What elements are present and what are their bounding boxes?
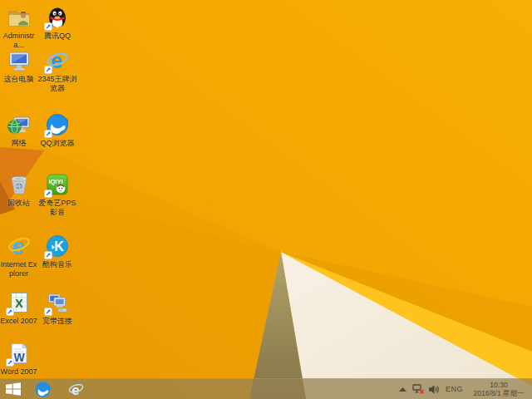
word-2007-icon: W <box>7 341 32 366</box>
desktop-icon-label: Word 2007 <box>1 367 37 377</box>
desktop-icon-label: 腾讯QQ <box>44 32 71 41</box>
svg-text:e: e <box>51 49 62 72</box>
iqiyi-pps-icon: iQIYI <box>45 172 70 197</box>
network-status-button[interactable] <box>412 384 425 395</box>
desktop-icon-this-pc[interactable]: 这台电脑 <box>0 48 37 84</box>
desktop-icon-administrator-folder[interactable]: Administra... <box>0 5 37 50</box>
desktop-icon-iqiyi-pps[interactable]: iQIYI 爱奇艺PPS影音 <box>37 172 78 217</box>
shortcut-arrow-icon <box>44 22 52 31</box>
network-icon <box>7 112 32 137</box>
desktop-icon-internet-explorer[interactable]: e Internet Explorer <box>0 234 37 278</box>
desktop-icon-label: QQ浏览器 <box>40 139 74 148</box>
shortcut-arrow-icon <box>44 66 52 74</box>
clock-date: 2016/8/1 星期一 <box>470 389 528 397</box>
desktop-icon-label: Administra... <box>0 32 37 50</box>
desktop-icon-label: 回收站 <box>7 199 30 208</box>
desktop-icon-broadband-connection[interactable]: 宽带连接 <box>37 290 78 326</box>
desktop-icon-label: Excel 2007 <box>0 317 37 326</box>
speaker-icon <box>429 385 440 394</box>
svg-text:iQIYI: iQIYI <box>48 178 62 185</box>
wallpaper <box>0 0 532 399</box>
network-disconnected-icon <box>412 384 425 395</box>
recycle-bin-icon <box>7 172 32 197</box>
qq-browser-icon <box>34 381 52 398</box>
desktop-icon-label: 宽带连接 <box>42 317 72 326</box>
desktop-icon-kugou-music[interactable]: K 酷狗音乐 <box>37 234 78 269</box>
language-indicator[interactable]: ENG <box>446 385 463 393</box>
shortcut-arrow-icon <box>44 308 52 316</box>
taskbar: e ENG 10:30 2016/8/1 星期一 <box>0 378 532 399</box>
clock-time: 10:30 <box>470 381 528 389</box>
svg-text:X: X <box>15 297 23 310</box>
chevron-up-icon <box>399 387 406 392</box>
clock[interactable]: 10:30 2016/8/1 星期一 <box>470 381 528 397</box>
desktop-icon-excel-2007[interactable]: X Excel 2007 <box>0 290 37 326</box>
qq-browser-icon <box>45 112 70 137</box>
start-button[interactable] <box>0 379 27 399</box>
desktop-icon-recycle-bin[interactable]: 回收站 <box>0 172 37 208</box>
desktop-icon-tencent-qq[interactable]: 腾讯QQ <box>37 5 78 41</box>
svg-text:W: W <box>13 351 25 364</box>
administrator-folder-icon <box>7 5 32 30</box>
broadband-connection-icon <box>45 290 70 315</box>
shortcut-arrow-icon <box>44 190 52 198</box>
2345-browser-icon: e <box>67 381 85 398</box>
internet-explorer-icon: e <box>7 234 32 259</box>
desktop-icon-network[interactable]: 网络 <box>0 112 37 148</box>
desktop-icon-label: 这台电脑 <box>4 75 34 84</box>
desktop-icon-label: 酷狗音乐 <box>42 260 72 269</box>
shortcut-arrow-icon <box>44 251 52 259</box>
shortcut-arrow-icon <box>6 308 14 316</box>
system-tray: ENG 10:30 2016/8/1 星期一 <box>399 381 532 397</box>
shortcut-arrow-icon <box>44 130 52 138</box>
desktop-icon-label: 网络 <box>12 139 27 148</box>
desktop-icon-label: Internet Explorer <box>0 260 37 278</box>
tencent-qq-icon <box>45 5 70 30</box>
shortcut-arrow-icon <box>6 358 14 367</box>
volume-button[interactable] <box>429 385 440 394</box>
taskbar-pinned-qq-browser[interactable] <box>32 379 53 399</box>
this-pc-icon <box>7 48 32 73</box>
2345-browser-icon: e <box>45 48 70 73</box>
desktop-icon-label: 2345王牌浏览器 <box>37 75 78 93</box>
desktop-icon-word-2007[interactable]: W Word 2007 <box>0 341 37 377</box>
excel-2007-icon: X <box>7 290 32 315</box>
desktop-icon-label: 爱奇艺PPS影音 <box>37 199 78 217</box>
svg-text:K: K <box>54 239 64 254</box>
kugou-music-icon: K <box>45 234 70 259</box>
windows-logo-icon <box>6 382 21 396</box>
taskbar-pinned-2345-browser[interactable]: e <box>65 379 86 399</box>
desktop-icon-qq-browser[interactable]: QQ浏览器 <box>37 112 78 148</box>
show-hidden-icons-button[interactable] <box>399 387 406 392</box>
desktop-icon-2345-browser[interactable]: e 2345王牌浏览器 <box>37 48 78 93</box>
